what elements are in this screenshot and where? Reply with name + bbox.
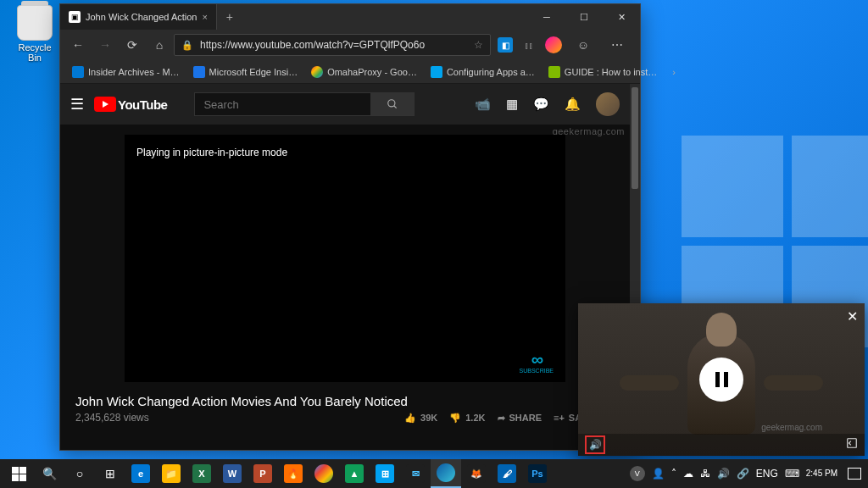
taskbar-app[interactable]: ⊞ xyxy=(370,459,400,488)
home-button[interactable]: ⌂ xyxy=(147,32,172,58)
address-bar[interactable]: 🔒 https://www.youtube.com/watch?v=GPTQlf… xyxy=(174,34,491,56)
profile-avatar[interactable] xyxy=(545,36,562,53)
clock[interactable]: 2:45 PM xyxy=(806,469,837,479)
svg-line-1 xyxy=(394,106,397,108)
url-text: https://www.youtube.com/watch?v=GPTQlfPQ… xyxy=(200,39,425,51)
back-button[interactable]: ← xyxy=(65,32,91,58)
hamburger-menu-icon[interactable]: ☰ xyxy=(70,95,84,114)
pip-pause-button[interactable] xyxy=(699,358,743,402)
favorite-link[interactable]: Configuring Apps a… xyxy=(426,64,540,80)
share-button[interactable]: ➦SHARE xyxy=(498,413,542,424)
favorites-overflow-button[interactable]: › xyxy=(665,67,682,77)
lock-icon: 🔒 xyxy=(181,40,193,51)
favorite-star-icon[interactable]: ☆ xyxy=(474,39,483,51)
action-center-icon[interactable] xyxy=(848,468,861,480)
youtube-search xyxy=(194,92,415,116)
input-icon[interactable]: ⌨ xyxy=(785,468,799,480)
recycle-bin-icon xyxy=(17,5,53,41)
language-indicator[interactable]: ENG xyxy=(756,468,778,480)
thumbs-down-icon: 👎 xyxy=(449,413,461,424)
tab-close-icon[interactable]: × xyxy=(202,12,207,22)
dislike-button[interactable]: 👎1.2K xyxy=(449,413,485,424)
taskbar-app[interactable]: 📁 xyxy=(156,459,186,488)
taskbar-app[interactable]: ▲ xyxy=(339,459,370,488)
video-player[interactable]: Playing in picture-in-picture mode ∞ SUB… xyxy=(125,135,565,382)
taskbar-app[interactable]: 🦊 xyxy=(461,459,492,488)
youtube-header: ☰ YouTube 📹 ▦ 💬 🔔 xyxy=(60,84,630,125)
taskbar-app[interactable]: ✉ xyxy=(400,459,431,488)
youtube-logo-text: YouTube xyxy=(118,97,167,112)
pip-back-to-tab-button[interactable] xyxy=(846,437,858,452)
desktop-recycle-bin[interactable]: Recycle Bin xyxy=(12,5,58,63)
search-icon xyxy=(387,98,398,110)
like-button[interactable]: 👍39K xyxy=(404,413,437,424)
windows-logo-icon xyxy=(12,467,26,481)
notifications-bell-icon[interactable]: 🔔 xyxy=(565,97,581,112)
recycle-bin-label: Recycle Bin xyxy=(12,42,58,63)
taskbar-app[interactable]: 🖌 xyxy=(492,459,522,488)
feedback-icon[interactable]: ☺ xyxy=(570,32,596,58)
minimize-button[interactable]: ─ xyxy=(528,4,565,30)
forward-button[interactable]: → xyxy=(92,32,118,58)
favorite-link[interactable]: OmahaProxy - Goo… xyxy=(306,64,422,80)
menu-button[interactable]: ⋯ xyxy=(604,32,630,58)
pause-icon xyxy=(715,372,728,387)
start-button[interactable] xyxy=(3,459,34,488)
create-video-icon[interactable]: 📹 xyxy=(475,97,491,112)
taskbar-app[interactable]: P xyxy=(248,459,278,488)
pip-controls-bar: 🔊 xyxy=(578,434,865,456)
svg-point-0 xyxy=(388,100,395,107)
favorites-bar: Insider Archives - M… Microsoft Edge Ins… xyxy=(60,60,640,84)
refresh-button[interactable]: ⟳ xyxy=(120,32,145,58)
taskbar-app[interactable]: W xyxy=(217,459,248,488)
taskbar-app[interactable]: Ps xyxy=(522,459,553,488)
tray-user-icon[interactable]: V xyxy=(630,466,645,481)
tray-overflow-icon[interactable]: ˄ xyxy=(671,468,676,480)
youtube-page: ☰ YouTube 📹 ▦ 💬 🔔 xyxy=(60,84,640,450)
taskbar-app[interactable]: 🔥 xyxy=(278,459,309,488)
titlebar[interactable]: ▣ John Wick Changed Action × + ─ ☐ ✕ xyxy=(60,4,640,30)
pip-window[interactable]: ✕ geekermag.com 🔊 xyxy=(578,303,865,456)
maximize-button[interactable]: ☐ xyxy=(565,4,603,30)
close-window-button[interactable]: ✕ xyxy=(603,4,640,30)
system-tray: V 👤 ˄ ☁ 🖧 🔊 🔗 ENG ⌨ 2:45 PM xyxy=(630,466,865,481)
extension-icon[interactable]: ◧ xyxy=(498,37,513,53)
favorite-link[interactable]: Insider Archives - M… xyxy=(67,64,185,80)
taskbar-app-edge-active[interactable] xyxy=(431,459,461,488)
volume-icon[interactable]: 🔊 xyxy=(717,468,730,480)
browser-toolbar: ← → ⟳ ⌂ 🔒 https://www.youtube.com/watch?… xyxy=(60,30,640,60)
video-title: John Wick Changed Action Movies And You … xyxy=(60,382,630,412)
new-tab-button[interactable]: + xyxy=(217,4,242,30)
youtube-play-icon xyxy=(94,97,116,112)
cortana-button[interactable]: ○ xyxy=(64,459,95,488)
browser-tab[interactable]: ▣ John Wick Changed Action × xyxy=(60,4,217,30)
playlist-add-icon: ≡+ xyxy=(554,413,565,423)
pip-close-button[interactable]: ✕ xyxy=(847,308,858,324)
sync-icon[interactable]: 🔗 xyxy=(737,468,749,480)
favorite-link[interactable]: Microsoft Edge Insi… xyxy=(188,64,303,80)
onedrive-icon[interactable]: ☁ xyxy=(683,468,693,480)
messages-icon[interactable]: 💬 xyxy=(533,97,549,112)
search-input[interactable] xyxy=(194,92,370,116)
youtube-logo[interactable]: YouTube xyxy=(94,97,167,112)
taskbar-app[interactable]: e xyxy=(125,459,156,488)
tab-favicon: ▣ xyxy=(69,11,81,23)
infinity-icon: ∞ xyxy=(520,351,554,368)
pip-watermark: geekermag.com xyxy=(761,423,822,432)
task-view-button[interactable]: ⊞ xyxy=(95,459,125,488)
people-icon[interactable]: 👤 xyxy=(652,468,665,480)
search-button[interactable] xyxy=(370,92,415,116)
extension-icon[interactable]: ⫿⫿ xyxy=(521,37,537,53)
apps-grid-icon[interactable]: ▦ xyxy=(506,97,518,112)
thumbs-up-icon: 👍 xyxy=(404,413,416,424)
user-avatar[interactable] xyxy=(596,92,620,116)
share-icon: ➦ xyxy=(498,413,505,424)
search-button[interactable]: 🔍 xyxy=(34,459,64,488)
taskbar-app[interactable]: X xyxy=(186,459,217,488)
tab-title: John Wick Changed Action xyxy=(86,12,197,22)
taskbar-app[interactable] xyxy=(309,459,339,488)
pip-volume-button[interactable]: 🔊 xyxy=(585,435,605,454)
network-icon[interactable]: 🖧 xyxy=(700,468,710,480)
favorite-link[interactable]: GUIDE : How to inst… xyxy=(543,64,662,80)
subscribe-badge[interactable]: ∞ SUBSCRIBE xyxy=(520,351,554,374)
